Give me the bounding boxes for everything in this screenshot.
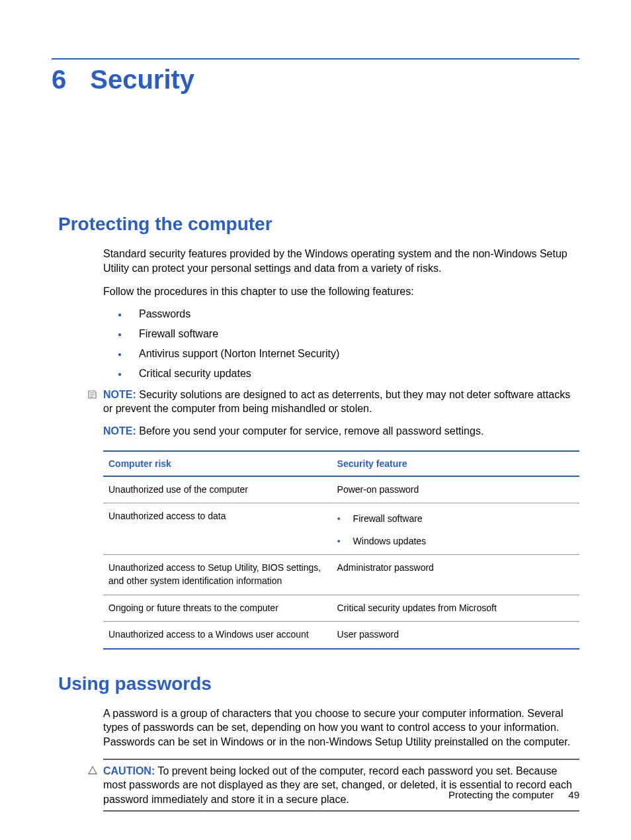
- chapter-number: 6: [52, 65, 66, 95]
- caution-block: CAUTION: To prevent being locked out of …: [103, 759, 579, 812]
- table-header-risk: Computer risk: [103, 451, 332, 476]
- paragraph: Follow the procedures in this chapter to…: [103, 284, 579, 299]
- chapter-title: Security: [90, 65, 194, 95]
- note-block-2: NOTE: Before you send your computer for …: [103, 424, 579, 439]
- page-number: 49: [568, 789, 579, 800]
- caution-icon: [87, 765, 98, 779]
- list-item: Passwords: [118, 308, 579, 320]
- chapter-header: 6 Security: [52, 65, 579, 95]
- table-header-feature: Security feature: [332, 451, 579, 476]
- cell-risk: Unauthorized use of the computer: [103, 476, 332, 503]
- caution-label: CAUTION:: [103, 765, 155, 777]
- footer-section-title: Protecting the computer: [448, 789, 554, 800]
- note-label: NOTE:: [103, 389, 136, 400]
- table-row: Unauthorized access to a Windows user ac…: [103, 622, 579, 649]
- table-row: Unauthorized access to Setup Utility, BI…: [103, 555, 579, 595]
- list-item: Firewall software: [118, 328, 579, 340]
- table-row: Unauthorized access to data Firewall sof…: [103, 503, 579, 555]
- page-footer: Protecting the computer 49: [448, 789, 579, 800]
- cell-feature: Administrator password: [332, 555, 579, 595]
- section-heading-protecting: Protecting the computer: [58, 214, 579, 235]
- risk-feature-table: Computer risk Security feature Unauthori…: [103, 450, 579, 650]
- cell-feature: User password: [332, 622, 579, 649]
- list-item: Critical security updates: [118, 368, 579, 380]
- table-row: Unauthorized use of the computer Power-o…: [103, 476, 579, 503]
- cell-risk: Ongoing or future threats to the compute…: [103, 595, 332, 622]
- cell-feature: Power-on password: [332, 476, 579, 503]
- cell-feature: Firewall software Windows updates: [332, 503, 579, 555]
- paragraph: Standard security features provided by t…: [103, 247, 579, 275]
- table-row: Ongoing or future threats to the compute…: [103, 595, 579, 622]
- list-item: Antivirus support (Norton Internet Secur…: [118, 348, 579, 360]
- cell-risk: Unauthorized access to data: [103, 503, 332, 555]
- paragraph: A password is a group of characters that…: [103, 706, 579, 749]
- list-item: Windows updates: [337, 535, 574, 548]
- note-block: NOTE: Security solutions are designed to…: [103, 388, 579, 416]
- note-label: NOTE:: [103, 425, 136, 437]
- note-text: Before you send your computer for servic…: [139, 425, 484, 437]
- cell-feature: Critical security updates from Microsoft: [332, 595, 579, 622]
- cell-risk: Unauthorized access to Setup Utility, BI…: [103, 555, 332, 595]
- note-icon: [87, 389, 98, 403]
- list-item: Firewall software: [337, 513, 574, 526]
- feature-bullet-list: Passwords Firewall software Antivirus su…: [118, 308, 579, 380]
- section-heading-passwords: Using passwords: [58, 673, 579, 694]
- cell-risk: Unauthorized access to a Windows user ac…: [103, 622, 332, 649]
- note-text: Security solutions are designed to act a…: [103, 389, 570, 415]
